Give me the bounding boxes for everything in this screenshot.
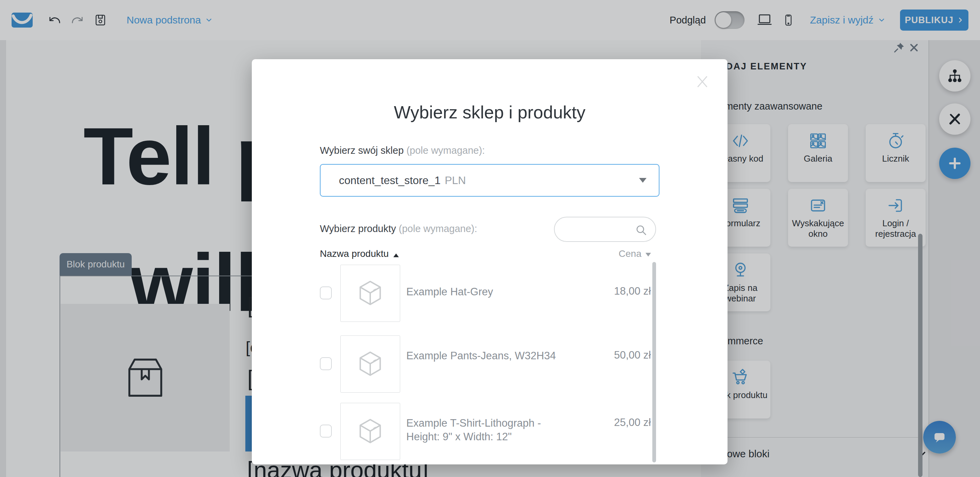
product-name: Example T-Shirt-Lithograph - Height: 9" …: [406, 417, 573, 444]
product-name: Example Hat-Grey: [406, 285, 573, 299]
product-checkbox[interactable]: [320, 286, 332, 299]
product-thumbnail: [340, 265, 400, 322]
modal-close-button[interactable]: [695, 74, 710, 89]
product-price: 25,00 zł: [576, 417, 651, 429]
cube-icon: [355, 278, 385, 308]
product-row: Example T-Shirt-Lithograph - Height: 9" …: [320, 402, 651, 461]
product-thumbnail: [340, 403, 400, 460]
product-row: Example Pants-Jeans, W32H34 50,00 zł: [320, 335, 651, 393]
product-row: Example Hat-Grey 18,00 zł: [320, 264, 651, 323]
product-thumbnail: [340, 335, 400, 393]
product-list-scrollbar[interactable]: [652, 262, 656, 463]
product-price: 50,00 zł: [576, 349, 651, 361]
product-price: 18,00 zł: [576, 285, 651, 297]
cube-icon: [355, 349, 385, 379]
product-list: Example Hat-Grey 18,00 zł Example Pants-…: [320, 59, 651, 464]
select-store-products-modal: Wybierz sklep i produkty Wybierz swój sk…: [252, 59, 727, 464]
editor-app: Nowa podstrona Podgląd Zapisz i wyjdź PU…: [0, 0, 980, 477]
product-checkbox[interactable]: [320, 425, 332, 437]
product-checkbox[interactable]: [320, 357, 332, 370]
close-icon: [695, 74, 710, 89]
product-name: Example Pants-Jeans, W32H34: [406, 349, 573, 363]
cube-icon: [355, 417, 385, 447]
